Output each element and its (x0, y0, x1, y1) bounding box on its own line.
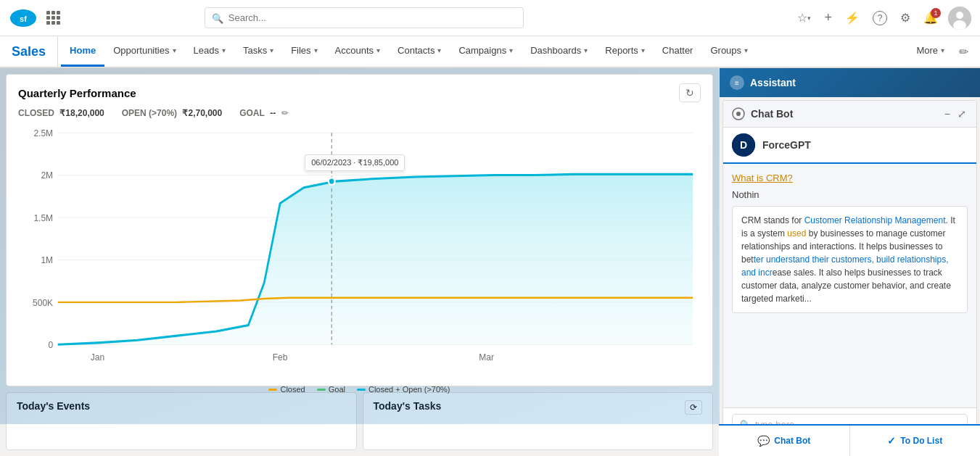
to-do-list-tab[interactable]: ✓ To Do List (850, 426, 981, 456)
to-do-tab-label: To Do List (900, 436, 942, 446)
chat-nothing-label: Nothin (732, 189, 968, 200)
closed-label: CLOSED (18, 108, 54, 118)
avatar[interactable] (948, 7, 971, 30)
quarterly-performance-card: Quarterly Performance ↻ CLOSED ₹18,20,00… (6, 74, 713, 386)
settings-button[interactable]: ⚙ (897, 8, 913, 28)
salesforce-logo[interactable]: sf (9, 8, 38, 28)
app-launcher-button[interactable] (44, 8, 63, 28)
chat-question[interactable]: What is CRM? (732, 173, 968, 183)
legend-closed-dot (268, 389, 277, 391)
svg-text:Mar: Mar (479, 352, 494, 363)
nav-item-more[interactable]: More ▾ (907, 36, 953, 67)
goal-edit-icon[interactable]: ✏ (281, 108, 289, 118)
open-stat: OPEN (>70%) ₹2,70,000 (122, 108, 222, 118)
legend-closed-open-label: Closed + Open (>70%) (368, 385, 450, 394)
nav-item-dashboards[interactable]: Dashboards ▾ (522, 36, 596, 67)
chevron-down-icon: ▾ (437, 46, 441, 54)
todays-events-title: Today's Events (17, 400, 90, 412)
crm-used: used (787, 228, 806, 239)
svg-text:1M: 1M (41, 254, 53, 266)
favorites-button[interactable]: ☆ ▾ (794, 8, 814, 28)
nav-item-opportunities[interactable]: Opportunities ▾ (104, 36, 184, 67)
chevron-down-icon: ▾ (509, 46, 513, 54)
nav-item-accounts[interactable]: Accounts ▾ (326, 36, 389, 67)
nav-item-campaigns[interactable]: Campaigns ▾ (450, 36, 522, 67)
svg-text:1.5M: 1.5M (33, 212, 53, 223)
svg-text:Jan: Jan (91, 352, 104, 363)
chat-bot-icon (732, 107, 745, 120)
help-button[interactable]: ? (870, 8, 890, 28)
nav-item-reports[interactable]: Reports ▾ (596, 36, 654, 67)
svg-text:2.5M: 2.5M (33, 127, 53, 138)
left-panel: Quarterly Performance ↻ CLOSED ₹18,20,00… (0, 68, 719, 456)
chat-messages: What is CRM? Nothin CRM stands for Custo… (723, 164, 976, 407)
svg-text:Feb: Feb (273, 352, 288, 363)
nav-label-contacts: Contacts (398, 45, 435, 56)
crm-stands: CRM stands for (741, 215, 804, 225)
nav-item-contacts[interactable]: Contacts ▾ (389, 36, 450, 67)
goal-label: GOAL (239, 108, 265, 118)
legend-goal-label: Goal (329, 385, 345, 394)
chart-refresh-button[interactable]: ↻ (679, 83, 701, 102)
star-icon: ☆ (797, 11, 807, 25)
chevron-down-icon: ▾ (941, 46, 944, 54)
search-input[interactable] (205, 7, 524, 28)
chevron-down-icon: ▾ (744, 46, 748, 54)
chat-bot-header: Chat Bot − ⤢ (723, 101, 976, 128)
nav-icons: ☆ ▾ + ⚡ ? ⚙ 🔔 1 (794, 7, 971, 30)
minimize-button[interactable]: − (943, 107, 952, 121)
nav-item-groups[interactable]: Groups ▾ (701, 36, 757, 67)
crm-desc-3: ease sales. It also helps businesses to … (741, 268, 951, 304)
chart-header: Quarterly Performance ↻ (18, 83, 701, 102)
nav-item-files[interactable]: Files ▾ (282, 36, 326, 67)
nav-item-chatter[interactable]: Chatter (654, 36, 702, 67)
nav-item-home[interactable]: Home (61, 36, 104, 67)
nav-item-leads[interactable]: Leads ▾ (185, 36, 234, 67)
svg-text:500K: 500K (33, 297, 54, 308)
expand-button[interactable]: ⤢ (956, 107, 968, 121)
nav-label-more: More (916, 45, 938, 56)
todays-tasks-card[interactable]: Today's Tasks ⟳ (363, 392, 714, 450)
forcegpt-row[interactable]: D ForceGPT (723, 128, 976, 164)
svg-text:2M: 2M (41, 170, 53, 181)
svg-point-23 (736, 112, 741, 116)
lightning-icon: ⚡ (845, 11, 860, 25)
legend-closed-open-dot (357, 389, 366, 391)
chat-bot-tab[interactable]: 💬 Chat Bot (719, 426, 850, 456)
plus-icon: + (824, 10, 832, 25)
todays-tasks-button[interactable]: ⟳ (685, 400, 702, 415)
search-icon: 🔍 (212, 12, 223, 23)
grid-icon (46, 11, 60, 25)
help-icon: ? (873, 11, 887, 25)
chat-bot-title-wrap: Chat Bot (732, 107, 793, 120)
app-name: Sales (6, 36, 58, 67)
lightning-button[interactable]: ⚡ (842, 8, 862, 28)
svg-point-3 (956, 12, 963, 19)
add-button[interactable]: + (821, 7, 835, 28)
chat-bot-actions: − ⤢ (943, 107, 968, 121)
assistant-icon: ≡ (730, 75, 744, 90)
nav-edit-button[interactable]: ✏ (953, 36, 974, 67)
chevron-down-icon: ▾ (314, 46, 318, 54)
chevron-down-icon: ▾ (173, 46, 176, 54)
bottom-cards: Today's Events Today's Tasks ⟳ (6, 392, 713, 450)
bottom-tab-bar: 💬 Chat Bot ✓ To Do List (719, 424, 980, 456)
search-bar: 🔍 (205, 7, 524, 28)
chat-bot-tab-icon: 💬 (757, 435, 770, 447)
nav-label-files: Files (291, 45, 310, 56)
legend-closed: Closed (268, 385, 305, 394)
nav-label-leads: Leads (194, 45, 219, 56)
nav-label-accounts: Accounts (335, 45, 374, 56)
notifications-button[interactable]: 🔔 1 (921, 8, 941, 28)
todays-events-card[interactable]: Today's Events (6, 392, 357, 450)
nav-item-tasks[interactable]: Tasks ▾ (234, 36, 282, 67)
chevron-down-icon: ▾ (270, 46, 273, 54)
nav-label-opportunities: Opportunities (113, 45, 169, 56)
open-value: ₹2,70,000 (182, 108, 222, 118)
closed-stat: CLOSED ₹18,20,000 (18, 108, 104, 118)
legend-closed-open: Closed + Open (>70%) (357, 385, 450, 394)
legend-goal: Goal (317, 385, 345, 394)
assistant-header: ≡ Assistant (720, 68, 980, 97)
forcegpt-avatar: D (732, 133, 755, 157)
app-navigation: Sales Home Opportunities ▾ Leads ▾ Tasks… (0, 36, 980, 68)
